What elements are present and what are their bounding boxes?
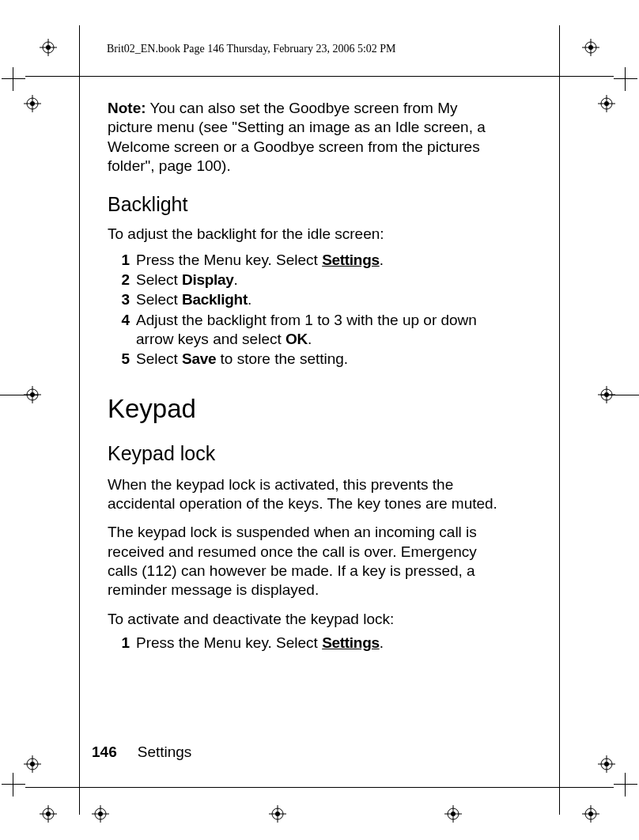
list-item: 3Select Backlight. — [127, 290, 503, 309]
step-text: to store the setting. — [216, 350, 348, 367]
registration-mark-icon — [40, 805, 57, 823]
list-item: 4Adjust the backlight from 1 to 3 with t… — [127, 311, 503, 350]
menu-name: Save — [182, 350, 216, 367]
step-text: Press the Menu key. Select — [136, 252, 322, 268]
step-text: . — [248, 291, 251, 308]
heading-keypad-lock: Keypad lock — [108, 441, 503, 466]
registration-mark-icon — [24, 386, 41, 403]
running-head: Brit02_EN.book Page 146 Thursday, Februa… — [107, 43, 396, 55]
step-number: 3 — [114, 290, 130, 309]
backlight-intro: To adjust the backlight for the idle scr… — [108, 225, 503, 244]
registration-mark-icon — [582, 39, 599, 56]
keypad-steps: 1Press the Menu key. Select Settings. — [108, 634, 503, 653]
step-text: . — [380, 252, 384, 268]
crop-mark-icon — [2, 773, 25, 796]
registration-mark-icon — [24, 95, 41, 112]
menu-name: Display — [182, 271, 234, 288]
note-label: Note: — [108, 100, 146, 116]
crop-mark-icon — [614, 773, 637, 796]
section-name: Settings — [138, 744, 192, 760]
list-item: 1Press the Menu key. Select Settings. — [127, 251, 503, 270]
step-text: Select — [136, 271, 182, 288]
step-number: 4 — [114, 311, 130, 330]
step-text: . — [308, 331, 312, 347]
keypad-paragraph: The keypad lock is suspended when an inc… — [108, 523, 503, 600]
menu-name: Settings — [322, 634, 380, 651]
step-number: 2 — [114, 271, 130, 289]
step-number: 5 — [114, 350, 130, 369]
note-paragraph: Note: You can also set the Goodbye scree… — [108, 99, 503, 176]
menu-name: OK — [285, 331, 308, 347]
crop-line-top — [25, 76, 614, 77]
page-number: 146 — [92, 744, 117, 760]
crop-line-bottom — [25, 787, 614, 788]
step-text: . — [234, 271, 238, 288]
list-item: 2Select Display. — [127, 271, 503, 289]
menu-name: Settings — [322, 252, 380, 268]
registration-mark-icon — [24, 755, 41, 773]
registration-mark-icon — [582, 805, 599, 823]
crop-line-left — [79, 25, 80, 815]
backlight-steps: 1Press the Menu key. Select Settings. 2S… — [108, 251, 503, 369]
list-item: 1Press the Menu key. Select Settings. — [127, 634, 503, 653]
page-footer: 146Settings — [92, 744, 191, 761]
page-content: Note: You can also set the Goodbye scree… — [108, 99, 503, 653]
registration-mark-icon — [598, 386, 615, 403]
heading-keypad: Keypad — [108, 392, 503, 426]
keypad-paragraph: When the keypad lock is activated, this … — [108, 475, 503, 514]
registration-mark-icon — [598, 755, 615, 773]
step-number: 1 — [114, 634, 130, 653]
registration-mark-icon — [269, 805, 286, 823]
note-text: You can also set the Goodbye screen from… — [108, 100, 486, 174]
heading-backlight: Backlight — [108, 191, 503, 217]
step-text: Press the Menu key. Select — [136, 634, 322, 651]
crop-line-right — [559, 25, 560, 815]
list-item: 5Select Save to store the setting. — [127, 350, 503, 369]
keypad-paragraph: To activate and deactivate the keypad lo… — [108, 610, 503, 629]
menu-name: Backlight — [182, 291, 248, 308]
registration-mark-icon — [92, 805, 109, 823]
registration-mark-icon — [598, 95, 615, 112]
step-text: Select — [136, 291, 182, 308]
step-number: 1 — [114, 251, 130, 270]
crop-mark-icon — [614, 67, 637, 91]
registration-mark-icon — [444, 805, 462, 823]
step-text: . — [380, 634, 384, 651]
crop-mark-icon — [2, 67, 25, 91]
registration-mark-icon — [40, 39, 57, 56]
step-text: Select — [136, 350, 182, 367]
